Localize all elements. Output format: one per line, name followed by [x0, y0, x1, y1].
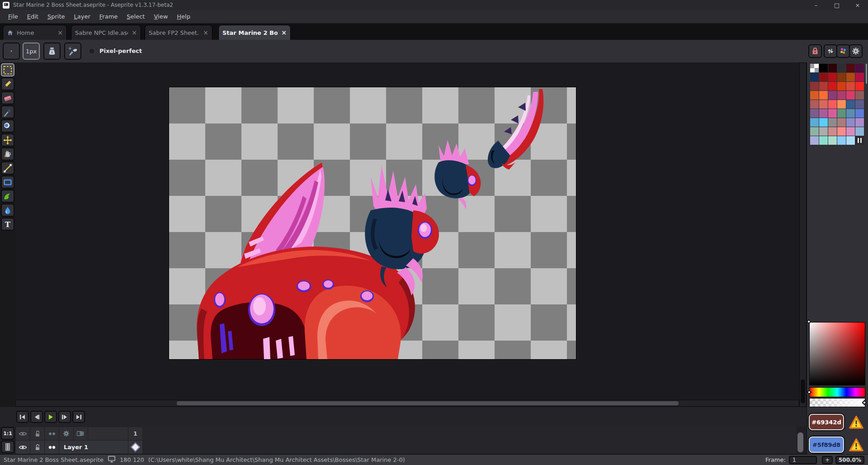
palette-swatch[interactable] [837, 91, 846, 100]
menu-view[interactable]: View [149, 13, 172, 20]
palette-swatch[interactable] [846, 100, 855, 109]
lock-button[interactable] [808, 44, 822, 58]
palette-scrollbar[interactable] [866, 64, 867, 84]
palette-swatch[interactable] [828, 136, 837, 145]
palette-swatch[interactable] [837, 64, 846, 72]
tool-rectangular-marquee[interactable] [1, 63, 14, 76]
tool-line[interactable] [1, 161, 14, 175]
palette-swatch[interactable] [810, 73, 819, 81]
palette-swatch[interactable] [846, 118, 855, 127]
palette-swatch[interactable] [828, 64, 837, 72]
foreground-warning-icon[interactable] [849, 415, 864, 429]
onion-skin-button[interactable] [74, 427, 88, 440]
palette-swatch[interactable] [855, 109, 864, 118]
background-color-swatch[interactable]: #5f89d8 [809, 437, 844, 453]
hue-slider[interactable] [809, 387, 865, 397]
close-button[interactable]: × [847, 0, 868, 10]
timeline-mode-button[interactable] [1, 441, 14, 453]
palette-swatch[interactable] [828, 127, 837, 136]
menu-sprite[interactable]: Sprite [43, 13, 70, 20]
menu-frame[interactable]: Frame [95, 13, 123, 20]
header-lock-toggle[interactable] [30, 427, 44, 440]
tab-star-marine-2-boss[interactable]: Star Marine 2 Boss × [218, 25, 291, 40]
palette-swatch[interactable] [810, 118, 819, 127]
palette-swatch[interactable] [846, 127, 855, 136]
palette-swatch[interactable] [819, 64, 828, 72]
palette-swatch[interactable] [846, 82, 855, 90]
timeline-scrollbar-thumb[interactable] [797, 432, 803, 452]
tab-close-icon[interactable]: × [281, 29, 287, 36]
palette-swatch[interactable] [855, 100, 864, 109]
palette-swatch[interactable] [810, 136, 819, 145]
palette-swatch[interactable] [828, 109, 837, 118]
palette-swatch[interactable] [855, 91, 864, 100]
palette-swatch[interactable] [837, 127, 846, 136]
palette-resizer[interactable] [855, 136, 864, 145]
palette-swatch[interactable] [819, 100, 828, 109]
tool-eyedropper[interactable] [1, 105, 14, 119]
brush-size-button[interactable]: 1px [23, 43, 40, 60]
tab-close-icon[interactable]: × [57, 29, 63, 36]
canvas-vscrollbar[interactable] [799, 62, 807, 407]
palette-swatch[interactable] [837, 118, 846, 127]
last-frame-button[interactable] [72, 411, 85, 423]
header-continuous-toggle[interactable] [45, 427, 59, 440]
palette-swatch[interactable] [837, 82, 846, 90]
tab-sabre-npc-idle[interactable]: Sabre NPC Idle.ase × [71, 25, 141, 40]
palette-swatch[interactable] [819, 127, 828, 136]
palette-swatch[interactable] [837, 100, 846, 109]
tool-pencil[interactable] [1, 77, 14, 90]
menu-select[interactable]: Select [122, 13, 149, 20]
layer-name[interactable]: Layer 1 [59, 441, 128, 454]
menu-edit[interactable]: Edit [23, 13, 43, 20]
palette-swatch[interactable] [828, 118, 837, 127]
palette-swatch[interactable] [855, 64, 864, 72]
palette-swatch[interactable] [819, 136, 828, 145]
palette-swatch[interactable] [846, 136, 855, 145]
tab-close-icon[interactable]: × [203, 29, 208, 36]
palette-swatch[interactable] [810, 109, 819, 118]
palette-swatch[interactable] [828, 82, 837, 90]
layer-lock-toggle[interactable] [30, 441, 44, 454]
palette-swatch[interactable] [819, 73, 828, 81]
tab-home[interactable]: Home × [3, 25, 67, 40]
tool-move[interactable] [1, 133, 14, 147]
header-visibility-toggle[interactable] [16, 427, 30, 440]
palette-swatch[interactable] [819, 82, 828, 90]
foreground-color-swatch[interactable]: #69342d [809, 414, 844, 430]
palette-swatch[interactable] [819, 109, 828, 118]
tab-sabre-fp2-sheet[interactable]: Sabre FP2 Sheet.a × [145, 25, 212, 40]
palette-swatch[interactable] [810, 82, 819, 90]
palette-swatch[interactable] [846, 91, 855, 100]
tool-contour[interactable] [1, 190, 14, 203]
zoom-level[interactable]: 500.0% [835, 456, 864, 464]
palette-swatch[interactable] [828, 73, 837, 81]
maximize-button[interactable]: □ [826, 0, 847, 10]
frame-input[interactable]: 1 [789, 456, 817, 464]
timeline-settings-button[interactable] [59, 427, 73, 440]
palette-swatch[interactable] [837, 73, 846, 81]
tool-zoom[interactable] [1, 119, 14, 133]
tool-paint-bucket[interactable] [1, 147, 14, 161]
palette-swatch[interactable] [846, 64, 855, 72]
palette-swatch[interactable] [819, 91, 828, 100]
palette-swatch[interactable] [810, 91, 819, 100]
canvas-hscrollbar[interactable] [15, 400, 799, 407]
ink-options-button[interactable] [43, 43, 61, 60]
palette-swatch[interactable] [828, 100, 837, 109]
palette-swatch[interactable] [855, 118, 864, 127]
menu-file[interactable]: File [4, 13, 23, 20]
saturation-value-picker[interactable] [809, 322, 865, 385]
palette-options-button[interactable] [836, 44, 850, 58]
palette-swatch[interactable] [810, 127, 819, 136]
menu-layer[interactable]: Layer [70, 13, 95, 20]
tool-blur[interactable] [1, 204, 14, 217]
alpha-slider[interactable] [809, 398, 865, 407]
cel-frame-1[interactable] [128, 441, 142, 454]
next-frame-button[interactable] [58, 411, 71, 423]
palette-swatch[interactable] [837, 136, 846, 145]
palette-swatch[interactable] [837, 109, 846, 118]
vscrollbar-thumb[interactable] [801, 380, 805, 403]
layer-visibility-toggle[interactable] [16, 441, 30, 454]
palette-swatch[interactable] [819, 118, 828, 127]
